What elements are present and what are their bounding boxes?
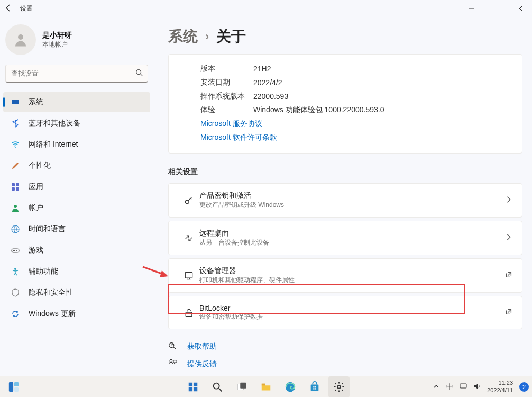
chevron-right-icon xyxy=(505,233,512,243)
key-icon xyxy=(178,195,199,206)
info-value: Windows 功能体验包 1000.22000.593.0 xyxy=(253,105,384,115)
apps-icon xyxy=(11,183,20,191)
sidebar-item-accounts[interactable]: 帐户 xyxy=(3,198,150,218)
card-subtitle: 打印机和其他驱动程序、硬件属性 xyxy=(199,276,295,285)
sidebar-item-gaming[interactable]: 游戏 xyxy=(3,240,150,260)
about-info-card: 版本 21H2 安装日期 2022/4/2 操作系统版本 22000.593 体… xyxy=(168,54,522,154)
svg-rect-1 xyxy=(493,6,498,11)
svg-point-4 xyxy=(18,34,23,40)
info-value: 21H2 xyxy=(253,65,271,73)
info-row: 体验 Windows 功能体验包 1000.22000.593.0 xyxy=(200,103,508,117)
svg-rect-43 xyxy=(313,388,314,389)
svg-rect-10 xyxy=(12,183,15,186)
user-account-type: 本地帐户 xyxy=(42,40,72,49)
svg-rect-7 xyxy=(12,100,19,104)
main-content: 系统 › 关于 版本 21H2 安装日期 2022/4/2 操作系统版本 220… xyxy=(153,17,532,376)
svg-rect-42 xyxy=(315,386,316,387)
sidebar-item-label: 网络和 Internet xyxy=(29,140,78,149)
svg-point-45 xyxy=(337,385,341,389)
svg-rect-29 xyxy=(14,387,19,391)
sidebar-item-label: 隐私和安全性 xyxy=(29,288,73,297)
globe-icon xyxy=(11,225,20,233)
info-label: 操作系统版本 xyxy=(200,92,253,101)
svg-rect-32 xyxy=(189,387,192,391)
svg-rect-13 xyxy=(16,187,19,191)
sidebar-item-system[interactable]: 系统 xyxy=(3,92,150,112)
minimize-button[interactable] xyxy=(459,0,483,17)
svg-rect-30 xyxy=(189,382,192,386)
info-label: 版本 xyxy=(200,64,253,74)
shield-icon xyxy=(11,288,20,297)
sidebar-item-label: 个性化 xyxy=(29,161,51,170)
chevron-right-icon xyxy=(505,196,512,205)
nav: 系统 蓝牙和其他设备 网络和 Internet 个性化 应用 帐户 xyxy=(3,92,150,324)
svg-rect-21 xyxy=(186,312,192,317)
settings-button[interactable] xyxy=(328,376,350,398)
search-button[interactable] xyxy=(207,376,228,398)
edge-button[interactable] xyxy=(280,376,301,398)
get-help-link[interactable]: 获取帮助 xyxy=(168,341,522,352)
info-value: 22000.593 xyxy=(253,92,288,101)
close-button[interactable] xyxy=(508,0,532,17)
svg-point-19 xyxy=(185,200,189,204)
sidebar-item-label: 帐户 xyxy=(29,203,43,213)
task-view-button[interactable] xyxy=(231,376,252,398)
sidebar-item-apps[interactable]: 应用 xyxy=(3,177,150,197)
svg-rect-27 xyxy=(9,382,13,391)
sidebar-item-time-language[interactable]: 时间和语言 xyxy=(3,219,150,239)
back-button[interactable] xyxy=(4,4,13,14)
profile-block[interactable]: 是小轩呀 本地帐户 xyxy=(3,21,150,65)
chevron-right-icon: › xyxy=(205,30,209,43)
card-title: 产品密钥和激活 xyxy=(199,191,284,201)
sidebar-item-network[interactable]: 网络和 Internet xyxy=(3,134,150,155)
sidebar-item-label: 游戏 xyxy=(29,246,43,255)
footer-links: 获取帮助 提供反馈 xyxy=(168,341,522,369)
sidebar-item-bluetooth[interactable]: 蓝牙和其他设备 xyxy=(3,113,150,133)
sidebar-item-update[interactable]: Windows 更新 xyxy=(3,304,150,324)
card-subtitle: 更改产品密钥或升级 Windows xyxy=(199,201,284,210)
widgets-button[interactable] xyxy=(3,376,24,398)
sidebar-item-personalization[interactable]: 个性化 xyxy=(3,156,150,176)
card-product-key[interactable]: 产品密钥和激活 更改产品密钥或升级 Windows xyxy=(168,183,522,218)
svg-rect-41 xyxy=(313,386,314,387)
svg-rect-33 xyxy=(194,387,197,391)
notification-badge[interactable]: 2 xyxy=(519,382,529,392)
svg-rect-37 xyxy=(240,382,246,388)
device-manager-icon xyxy=(178,270,199,281)
breadcrumb-root[interactable]: 系统 xyxy=(168,26,198,47)
svg-rect-11 xyxy=(16,183,19,186)
file-explorer-button[interactable] xyxy=(255,376,277,398)
maximize-button[interactable] xyxy=(483,0,508,17)
card-subtitle: 从另一台设备控制此设备 xyxy=(199,238,269,247)
info-row: 版本 21H2 xyxy=(200,62,508,76)
app-title: 设置 xyxy=(20,4,33,13)
sidebar-item-accessibility[interactable]: 辅助功能 xyxy=(3,261,150,282)
svg-rect-20 xyxy=(185,272,192,278)
card-subtitle: 设备加密帮助保护数据 xyxy=(199,312,263,321)
svg-point-9 xyxy=(15,147,16,148)
tray-overflow-icon[interactable] xyxy=(433,383,440,391)
card-bitlocker[interactable]: BitLocker 设备加密帮助保护数据 xyxy=(168,296,522,329)
search-input[interactable] xyxy=(5,65,148,83)
brush-icon xyxy=(11,161,20,170)
svg-point-5 xyxy=(136,70,141,75)
card-remote-desktop[interactable]: 远程桌面 从另一台设备控制此设备 xyxy=(168,221,522,255)
service-agreement-link[interactable]: Microsoft 服务协议 xyxy=(200,117,508,131)
sidebar-item-privacy[interactable]: 隐私和安全性 xyxy=(3,283,150,303)
start-button[interactable] xyxy=(182,376,204,398)
store-button[interactable] xyxy=(304,376,325,398)
system-tray[interactable]: 中 11:23 2022/4/11 2 xyxy=(433,380,529,393)
ime-indicator[interactable]: 中 xyxy=(446,382,453,392)
clock[interactable]: 11:23 2022/4/11 xyxy=(487,380,513,393)
card-device-manager[interactable]: 设备管理器 打印机和其他驱动程序、硬件属性 xyxy=(168,258,522,293)
feedback-link[interactable]: 提供反馈 xyxy=(168,358,522,369)
sidebar-item-label: 时间和语言 xyxy=(29,224,66,234)
wifi-icon xyxy=(11,140,20,149)
related-settings-title: 相关设置 xyxy=(168,167,522,177)
volume-tray-icon[interactable] xyxy=(473,383,481,391)
svg-rect-31 xyxy=(194,382,197,386)
license-terms-link[interactable]: Microsoft 软件许可条款 xyxy=(200,131,508,145)
network-tray-icon[interactable] xyxy=(460,383,467,391)
svg-point-34 xyxy=(214,383,219,389)
update-icon xyxy=(11,310,20,318)
